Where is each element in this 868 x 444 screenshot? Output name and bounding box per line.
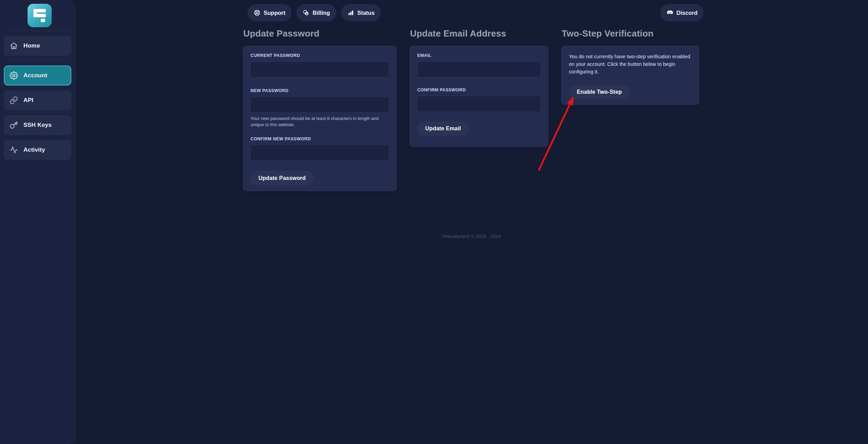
discord-button[interactable]: Discord [660, 4, 704, 21]
update-email-section: Update Email Address EMAIL CONFIRM PASSW… [409, 28, 549, 147]
current-password-input[interactable] [250, 61, 389, 78]
support-label: Support [264, 10, 285, 16]
update-password-card: CURRENT PASSWORD NEW PASSWORD Your new p… [243, 46, 397, 191]
brand-logo[interactable] [28, 4, 52, 27]
billing-label: Billing [313, 10, 330, 16]
sidebar-item-api[interactable]: API [4, 90, 71, 110]
update-password-section: Update Password CURRENT PASSWORD NEW PAS… [243, 28, 397, 191]
sidebar-item-label: API [23, 97, 33, 104]
sidebar-item-label: Home [23, 42, 40, 49]
update-password-title: Update Password [243, 28, 397, 39]
update-email-card: EMAIL CONFIRM PASSWORD Update Email [409, 46, 549, 147]
key-icon [10, 121, 18, 129]
new-password-input[interactable] [250, 97, 389, 113]
confirm-password-input[interactable] [417, 96, 541, 112]
confirm-password-label: CONFIRM PASSWORD [417, 88, 541, 92]
email-input[interactable] [417, 61, 541, 78]
billing-button[interactable]: $ Billing [296, 4, 336, 21]
activity-icon [10, 146, 18, 154]
brand-logo-icon [33, 9, 46, 22]
coins-icon: $ [303, 9, 309, 16]
email-label: EMAIL [417, 53, 541, 58]
account-content: Update Password CURRENT PASSWORD NEW PAS… [243, 28, 699, 191]
enable-two-step-button[interactable]: Enable Two-Step [569, 85, 630, 99]
sidebar-item-label: SSH Keys [23, 122, 52, 129]
sidebar-item-activity[interactable]: Activity [4, 140, 71, 160]
new-password-label: NEW PASSWORD [251, 88, 389, 93]
sidebar-item-ssh-keys[interactable]: SSH Keys [4, 115, 71, 135]
sidebar: Home Account API SSH Keys Activity [0, 0, 75, 444]
two-step-card: You do not currently have two-step verif… [561, 46, 699, 105]
sidebar-item-label: Account [23, 72, 47, 79]
update-email-title: Update Email Address [410, 28, 549, 39]
gear-icon [10, 71, 18, 80]
update-password-button[interactable]: Update Password [250, 171, 314, 185]
update-email-button[interactable]: Update Email [417, 121, 469, 136]
chart-bars-icon [347, 9, 354, 16]
current-password-label: CURRENT PASSWORD [251, 53, 389, 58]
sidebar-item-home[interactable]: Home [4, 36, 71, 56]
two-step-section: Two-Step Verification You do not current… [561, 28, 699, 105]
two-step-title: Two-Step Verification [562, 28, 699, 39]
sidebar-item-label: Activity [23, 147, 45, 153]
confirm-new-password-label: CONFIRM NEW PASSWORD [251, 137, 389, 141]
link-icon [10, 96, 18, 104]
sidebar-divider [6, 31, 70, 31]
confirm-new-password-input[interactable] [250, 145, 389, 161]
top-nav: Support $ Billing Status [247, 4, 381, 21]
footer-copyright: Pterodactyl® © 2015 - 2024 [75, 234, 868, 239]
two-step-description: You do not currently have two-step verif… [569, 53, 692, 75]
discord-label: Discord [676, 10, 697, 16]
home-icon [10, 42, 18, 50]
discord-icon [666, 9, 673, 16]
sidebar-divider [6, 60, 70, 60]
password-helper-text: Your new password should be at least 8 c… [251, 115, 389, 128]
life-ring-icon [254, 9, 261, 16]
account-settings-page: Home Account API SSH Keys Activity [0, 0, 868, 444]
sidebar-item-account[interactable]: Account [4, 65, 71, 85]
status-button[interactable]: Status [341, 4, 381, 21]
support-button[interactable]: Support [247, 4, 292, 21]
svg-text:$: $ [306, 12, 308, 15]
status-label: Status [357, 10, 375, 16]
